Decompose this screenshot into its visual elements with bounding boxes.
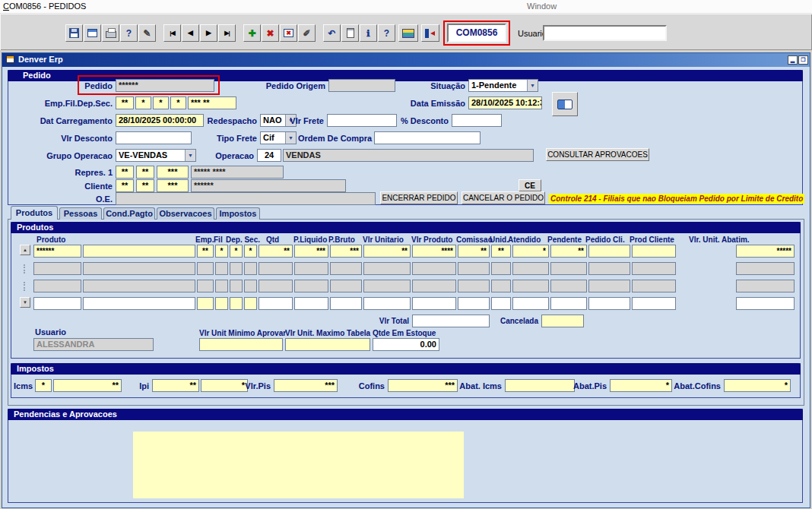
tab-cond-pagto[interactable]: Cond.Pagto xyxy=(103,207,155,220)
edit-record-button[interactable]: ✐ xyxy=(298,24,316,42)
cell-vlr-unitario[interactable]: ** xyxy=(363,245,411,258)
encerrar-pedido-button[interactable]: ENCERRAR PEDIDO xyxy=(380,191,458,204)
cell-dep[interactable]: * xyxy=(230,245,243,258)
cell-p-liquido[interactable] xyxy=(294,297,328,310)
previous-record-button[interactable]: ◀ xyxy=(182,24,199,42)
cell-p-liquido[interactable]: *** xyxy=(294,245,328,258)
cell-vlr-produto[interactable] xyxy=(412,297,456,310)
icms-field[interactable]: ** xyxy=(53,379,122,392)
cell-qtd[interactable] xyxy=(259,297,293,310)
cell-emp[interactable]: ** xyxy=(197,245,214,258)
scroll-up-button[interactable]: ▲ xyxy=(20,245,30,255)
cliente-cod-field[interactable]: *** xyxy=(157,179,189,192)
cell-codigo[interactable]: ****** xyxy=(33,245,81,258)
situacao-select[interactable]: 1-Pendente ▼ xyxy=(468,79,538,92)
cell-comissao[interactable]: ** xyxy=(458,245,490,258)
tab-impostos[interactable]: Impostos xyxy=(216,207,260,220)
first-record-button[interactable]: |◀ xyxy=(163,24,181,42)
window-minimize-button[interactable]: ▂ xyxy=(788,55,798,65)
cell-dep[interactable] xyxy=(230,297,243,310)
whats-this-button[interactable]: ? xyxy=(120,24,138,42)
cell-pedido-cli[interactable] xyxy=(588,297,630,310)
cliente-emp-field[interactable]: ** xyxy=(116,179,134,192)
icms-aliq-field[interactable]: * xyxy=(35,379,52,392)
spreadsheet-button[interactable] xyxy=(398,24,418,42)
cell-prod-cliente[interactable] xyxy=(632,245,676,258)
ipi-aliq-field[interactable]: ** xyxy=(152,379,199,392)
cell-pendente[interactable]: ** xyxy=(550,245,587,258)
print-button[interactable] xyxy=(102,24,119,42)
clear-record-button[interactable]: ✖ xyxy=(280,24,297,42)
sec-field[interactable]: * xyxy=(170,96,186,109)
emp-desc-field[interactable]: *** ** xyxy=(188,96,236,109)
cell-descricao[interactable] xyxy=(83,245,195,258)
window-maximize-button[interactable]: ❐ xyxy=(798,55,808,65)
abat-icms-field[interactable] xyxy=(505,379,575,392)
fil-field[interactable]: * xyxy=(135,96,151,109)
dat-carregamento-field[interactable]: 28/10/2025 00:00:00 xyxy=(116,114,204,127)
cancelada-field[interactable] xyxy=(541,315,584,327)
exit-button[interactable] xyxy=(421,24,439,42)
cell-unid[interactable]: ** xyxy=(491,245,511,258)
grupo-operacao-select[interactable]: VE-VENDAS ▼ xyxy=(116,149,196,162)
cell-vlr-produto[interactable]: **** xyxy=(412,245,456,258)
cliente-fil-field[interactable]: ** xyxy=(136,179,154,192)
cell-codigo[interactable] xyxy=(33,297,81,310)
paste-button[interactable] xyxy=(341,24,359,42)
pendencias-memo[interactable] xyxy=(133,432,464,498)
cancelar-pedido-button[interactable]: CANCELAR O PEDIDO xyxy=(462,191,545,204)
info-button[interactable]: ℹ xyxy=(360,24,377,42)
tipo-frete-select[interactable]: Cif ▼ xyxy=(260,131,297,144)
windows-button[interactable] xyxy=(84,24,101,42)
scroll-down-button[interactable]: ▼ xyxy=(20,297,30,308)
consultar-aprovacoes-button[interactable]: CONSULTAR APROVACOES xyxy=(546,148,649,161)
browse-orders-button[interactable] xyxy=(552,92,578,116)
cell-prod-cliente[interactable] xyxy=(632,297,676,310)
vlr-unit-maximo-field[interactable] xyxy=(285,338,370,351)
delete-record-button[interactable]: ✖ xyxy=(262,24,279,42)
cell-vlr-unit-abatim[interactable]: ***** xyxy=(736,245,795,258)
cell-p-bruto[interactable]: *** xyxy=(330,245,362,258)
program-code-field[interactable]: COM0856 xyxy=(447,24,506,43)
tab-pessoas[interactable]: Pessoas xyxy=(59,207,102,220)
repres1-emp-field[interactable]: ** xyxy=(116,166,134,179)
cell-unid[interactable] xyxy=(491,297,511,310)
abat-cofins-field[interactable]: * xyxy=(724,379,791,392)
undo-button[interactable]: ↶ xyxy=(323,24,341,42)
next-record-button[interactable]: ▶ xyxy=(200,24,217,42)
menu-window[interactable]: Window xyxy=(527,2,557,11)
ordem-de-compra-field[interactable] xyxy=(374,131,481,144)
vlr-unit-minimo-field[interactable] xyxy=(199,338,283,351)
cell-atendido[interactable]: * xyxy=(512,245,549,258)
cell-p-bruto[interactable] xyxy=(330,297,362,310)
usuario-input[interactable] xyxy=(543,25,667,41)
data-emissao-field[interactable]: 28/10/2025 10:12:37 xyxy=(468,96,542,109)
tab-observacoes[interactable]: Observacoes xyxy=(157,207,214,220)
cell-fil[interactable] xyxy=(215,297,228,310)
abat-pis-field[interactable]: * xyxy=(610,379,672,392)
cell-emp[interactable] xyxy=(197,297,214,310)
vlr-desconto-field[interactable] xyxy=(116,131,192,144)
help-button[interactable]: ? xyxy=(378,24,395,42)
repres1-fil-field[interactable]: ** xyxy=(136,166,154,179)
pct-desconto-field[interactable] xyxy=(452,114,502,127)
last-record-button[interactable]: ▶| xyxy=(218,24,236,42)
cell-pendente[interactable] xyxy=(550,297,587,310)
cell-vlr-unitario[interactable] xyxy=(363,297,411,310)
cell-atendido[interactable] xyxy=(512,297,549,310)
repres1-cod-field[interactable]: *** xyxy=(157,166,189,179)
cofins-field[interactable]: *** xyxy=(388,379,458,392)
tab-produtos[interactable]: Produtos xyxy=(11,206,58,220)
cell-descricao[interactable] xyxy=(83,297,195,310)
dep-field[interactable]: * xyxy=(153,96,169,109)
cell-qtd[interactable]: ** xyxy=(259,245,293,258)
cell-sec[interactable]: * xyxy=(244,245,257,258)
cell-sec[interactable] xyxy=(244,297,257,310)
cell-fil[interactable]: * xyxy=(215,245,228,258)
notes-button[interactable]: ✎ xyxy=(138,24,156,42)
ce-button[interactable]: CE xyxy=(519,179,541,191)
cell-pedido-cli[interactable] xyxy=(588,245,630,258)
emp-field[interactable]: ** xyxy=(116,96,134,109)
cell-vlr-unit-abatim[interactable] xyxy=(736,297,795,310)
save-button[interactable] xyxy=(65,24,83,42)
